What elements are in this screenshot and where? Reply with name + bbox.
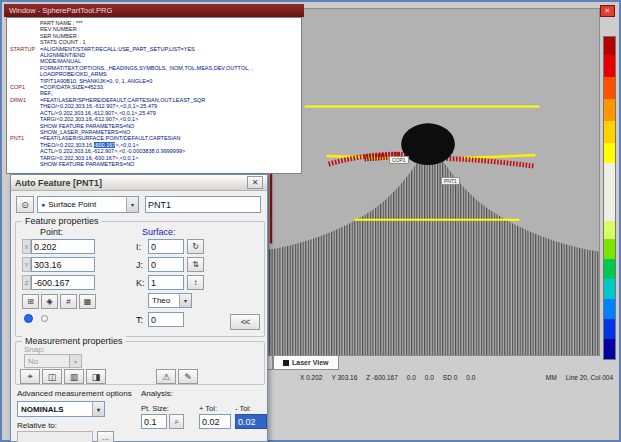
z-coordinate-input[interactable] bbox=[31, 275, 95, 290]
color-scale-segment bbox=[604, 77, 615, 99]
update-vector-icon[interactable]: ↻ bbox=[187, 239, 204, 254]
theo-combo[interactable]: Theo ▾ bbox=[148, 293, 192, 308]
x-coordinate-input[interactable] bbox=[31, 239, 95, 254]
pnt-feature-label: PNT1 bbox=[441, 177, 460, 185]
alert-icon[interactable]: ⚠ bbox=[156, 369, 176, 384]
hatch-scan-icon[interactable]: ▥ bbox=[64, 369, 84, 384]
y-axis-tab[interactable]: Y bbox=[22, 257, 31, 272]
plus-tol-input[interactable] bbox=[199, 414, 231, 429]
auto-move-blue-dot-icon[interactable] bbox=[24, 314, 33, 323]
feature-id-input[interactable] bbox=[145, 196, 261, 213]
status-item: SD 0 bbox=[443, 374, 457, 381]
dialog-titlebar[interactable]: Auto Feature [PNT1] ✕ bbox=[11, 175, 267, 191]
j-vector-input[interactable] bbox=[148, 257, 184, 272]
color-scale-segment bbox=[604, 37, 615, 55]
scan-strip-icon[interactable]: ◫ bbox=[42, 369, 62, 384]
k-vector-input[interactable] bbox=[148, 275, 184, 290]
color-scale-segment bbox=[604, 143, 615, 163]
t-input[interactable] bbox=[148, 312, 184, 327]
vector-label: K: bbox=[136, 278, 148, 288]
axis-row: Z bbox=[22, 275, 95, 290]
t-row: T: bbox=[136, 312, 184, 327]
target-dot-icon[interactable] bbox=[41, 315, 48, 322]
x-axis-tab[interactable]: X bbox=[22, 239, 31, 254]
chevron-down-icon: ▾ bbox=[126, 197, 138, 212]
z-axis-tab[interactable]: Z bbox=[22, 275, 31, 290]
dots-row bbox=[24, 314, 48, 323]
color-scale-segment bbox=[604, 221, 615, 239]
magnifier-icon[interactable]: ⌕ bbox=[169, 414, 184, 429]
measure-mode-icon[interactable]: ⊞ bbox=[22, 294, 39, 309]
flip-vector-icon[interactable]: ↕ bbox=[187, 275, 204, 290]
chevron-down-icon: ▾ bbox=[179, 294, 191, 307]
status-item: 0.0 bbox=[425, 374, 434, 381]
chevron-down-icon: ▾ bbox=[69, 355, 81, 367]
vector-label: I: bbox=[136, 242, 148, 252]
color-scale-segment bbox=[604, 163, 615, 221]
collapse-button[interactable]: << bbox=[230, 314, 260, 330]
color-scale-segment bbox=[604, 319, 615, 339]
color-scale-segment bbox=[604, 339, 615, 359]
status-item: X 0.202 bbox=[300, 374, 322, 381]
measure-icons-left: ⌖◫▥◨ bbox=[20, 369, 106, 384]
relative-to-label: Relative to: bbox=[17, 421, 57, 430]
measure-icons-right: ⚠✎ bbox=[156, 369, 198, 384]
status-item: 0.0 bbox=[407, 374, 416, 381]
readout-icon[interactable]: ◈ bbox=[41, 294, 58, 309]
feature-type-icon-button[interactable]: ⊙ bbox=[16, 196, 34, 213]
status-item: Y 303.16 bbox=[331, 374, 357, 381]
feature-type-combo[interactable]: ● Surface Point ▾ bbox=[37, 196, 139, 213]
color-scale-segment bbox=[604, 299, 615, 319]
snap-grid-icon[interactable]: # bbox=[60, 294, 77, 309]
minus-tol-input[interactable] bbox=[235, 414, 267, 429]
dialog-title: Auto Feature [PNT1] bbox=[15, 178, 102, 188]
laser-view-icon bbox=[283, 360, 289, 366]
vector-row: K:↕ bbox=[136, 275, 204, 290]
vector-row: I:↻ bbox=[136, 239, 204, 254]
theo-value: Theo bbox=[149, 296, 179, 305]
nominals-combo[interactable]: NOMINALS ▾ bbox=[17, 401, 105, 417]
i-vector-input[interactable] bbox=[148, 239, 184, 254]
code-label bbox=[10, 161, 40, 167]
window-title: Window - SpherePartTool.PRG bbox=[9, 6, 112, 15]
feature-properties-group: Feature properties Point: Surface: XYZ ⊞… bbox=[15, 221, 265, 337]
snap-combo[interactable]: No ▾ bbox=[24, 354, 82, 368]
vector-row: J:⇅ bbox=[136, 257, 204, 272]
tab-label: Laser View bbox=[292, 359, 328, 366]
plus-tol-label: + Tol: bbox=[199, 404, 217, 413]
swap-vector-icon[interactable]: ⇅ bbox=[187, 257, 204, 272]
dialog-close-button[interactable]: ✕ bbox=[247, 176, 263, 189]
color-scale bbox=[603, 36, 616, 360]
feature-properties-label: Feature properties bbox=[22, 216, 102, 226]
feature-type-value: Surface Point bbox=[45, 200, 126, 209]
app-window: Window - SpherePartTool.PRG ✕ COP1 PNT1 bbox=[0, 0, 621, 442]
window-close-button[interactable]: ✕ bbox=[600, 5, 615, 17]
tab-laser-view[interactable]: Laser View bbox=[273, 356, 338, 370]
window-titlebar[interactable]: Window - SpherePartTool.PRG bbox=[4, 4, 304, 17]
surface-label: Surface: bbox=[142, 227, 176, 237]
probe-target-icon[interactable]: ⌖ bbox=[20, 369, 40, 384]
status-item: 0.0 bbox=[466, 374, 475, 381]
status-item: MM bbox=[546, 374, 557, 381]
color-scale-segment bbox=[604, 55, 615, 77]
part-program-editor[interactable]: PART NAME : ***REV NUMBER : SER NUMBER :… bbox=[6, 17, 302, 174]
color-scale-segment bbox=[604, 121, 615, 143]
laser-graphics-view[interactable]: COP1 PNT1 bbox=[268, 8, 600, 356]
relative-to-input[interactable] bbox=[17, 431, 93, 442]
axis-row: X bbox=[22, 239, 95, 254]
pattern-icon[interactable]: ▦ bbox=[79, 294, 96, 309]
browse-button[interactable]: ... bbox=[97, 431, 114, 442]
pt-size-input[interactable] bbox=[141, 414, 167, 429]
selected-text: -600.167 bbox=[94, 142, 116, 148]
auto-feature-dialog: Auto Feature [PNT1] ✕ ⊙ ● Surface Point … bbox=[10, 174, 268, 442]
half-box-icon[interactable]: ◨ bbox=[86, 369, 106, 384]
code-line: SHOW FEATURE PARAMETERS=NO bbox=[10, 161, 301, 167]
analysis-label: Analysis: bbox=[141, 389, 173, 398]
edit-path-icon[interactable]: ✎ bbox=[178, 369, 198, 384]
chevron-down-icon: ▾ bbox=[92, 402, 104, 416]
y-coordinate-input[interactable] bbox=[31, 257, 95, 272]
color-scale-segment bbox=[604, 99, 615, 121]
vector-rows: I:↻J:⇅K:↕ bbox=[136, 239, 204, 293]
minus-tol-label: - Tol: bbox=[235, 404, 251, 413]
color-scale-segment bbox=[604, 259, 615, 279]
